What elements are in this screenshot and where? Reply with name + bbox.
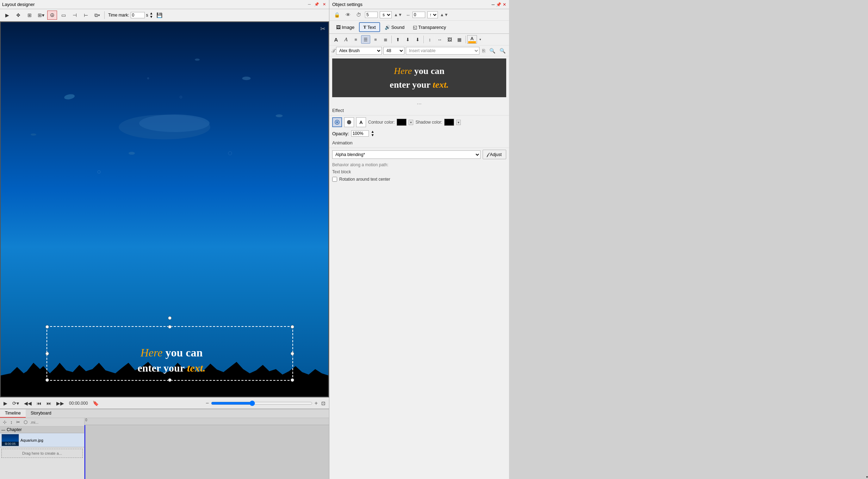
svg-point-13 xyxy=(336,121,338,123)
contour-color-arrow[interactable]: ▾ xyxy=(409,120,413,125)
behavior-label: Behavior along a motion path: xyxy=(332,162,388,167)
tl-cut-btn[interactable]: ✂ xyxy=(15,419,21,425)
adjust-btn[interactable]: 𝒻 Adjust xyxy=(483,150,506,159)
tab-text[interactable]: T Text xyxy=(359,22,380,32)
object-setting-tabs: 🖼 Image T Text 🔊 Sound ◱ Transparency xyxy=(329,21,509,34)
clock-icon[interactable]: ⏱ xyxy=(354,11,363,19)
bold-btn[interactable]: A xyxy=(331,35,341,44)
opacity-spinners[interactable]: ▲▼ xyxy=(371,130,374,137)
letter-spacing-btn[interactable]: ↔ xyxy=(435,35,444,44)
right-title-bar: Object settings ─ 📌 ✕ xyxy=(329,0,509,9)
animation-select[interactable]: Alpha blending* xyxy=(332,150,480,159)
align-btn[interactable]: ⊣ xyxy=(70,11,80,20)
prev-frame-btn[interactable]: ⏮ xyxy=(35,400,43,407)
tab-transparency[interactable]: ◱ Transparency xyxy=(409,23,450,32)
shadow-color-arrow[interactable]: ▾ xyxy=(456,120,461,125)
copy-format-btn[interactable]: ⎘ xyxy=(481,47,486,54)
align-middle-btn[interactable]: ⬇ xyxy=(403,35,412,44)
rewind-btn[interactable]: ◀◀ xyxy=(23,400,33,407)
markers-btn[interactable]: 🔖 xyxy=(91,400,100,407)
fish-overlay xyxy=(1,22,328,397)
contour-color-btn[interactable] xyxy=(397,119,407,126)
align-right-btn[interactable]: ≡ xyxy=(371,35,380,44)
minimize-left-btn[interactable]: ─ xyxy=(307,2,312,7)
effect-filled-btn[interactable] xyxy=(344,117,354,127)
zoom-out-btn[interactable]: − xyxy=(206,400,209,406)
timeline-cursor[interactable] xyxy=(85,418,85,479)
preview-expand-dots[interactable]: ... xyxy=(329,99,509,106)
play-btn[interactable]: ▶ xyxy=(2,400,9,407)
zoom-slider[interactable] xyxy=(211,400,312,406)
pin-left-btn[interactable]: 📌 xyxy=(313,2,320,7)
lock-icon[interactable]: 🔒 xyxy=(332,11,342,19)
tl-cursor-btn[interactable]: ↕ xyxy=(9,419,14,425)
time-mark-input[interactable] xyxy=(131,12,145,18)
select-tool-btn[interactable]: ▶ xyxy=(2,11,12,20)
italic-btn[interactable]: A xyxy=(341,35,351,44)
effect-text-btn[interactable]: A ▾ xyxy=(356,117,366,127)
tab-sound[interactable]: 🔊 Sound xyxy=(381,23,409,32)
transparency-icon: ◱ xyxy=(413,25,417,30)
canvas-text-rest1: you can xyxy=(162,346,203,359)
svg-point-2 xyxy=(64,93,75,100)
close-left-btn[interactable]: ✕ xyxy=(322,2,327,7)
chapter-expand-icon[interactable]: — xyxy=(1,428,5,432)
move-tool-btn[interactable]: ✥ xyxy=(13,11,23,20)
tl-snap-btn[interactable]: ⊹ xyxy=(1,419,8,425)
justify-btn[interactable]: ≣ xyxy=(381,35,390,44)
duration-input[interactable] xyxy=(365,12,378,18)
line-spacing-btn[interactable]: ↕ xyxy=(425,35,434,44)
arrange-btn[interactable]: ⧉▾ xyxy=(92,11,102,20)
duration-unit-select[interactable]: s xyxy=(380,11,392,18)
distribute-btn[interactable]: ⊢ xyxy=(81,11,91,20)
width-unit-select[interactable]: s xyxy=(427,11,438,18)
grid-btn[interactable]: ⊞ xyxy=(25,11,35,20)
align-top-btn[interactable]: ⬆ xyxy=(393,35,402,44)
grid-settings-btn[interactable]: ⊞▾ xyxy=(36,11,46,20)
timeline-item[interactable]: ⧉ 00:05 Aquarium.jpg xyxy=(0,433,84,447)
zoom-in-text-btn[interactable]: 🔍 xyxy=(488,47,497,54)
variable-select[interactable]: Insert variable xyxy=(406,47,479,55)
valign-bottom-btn[interactable]: ⬇ xyxy=(413,35,422,44)
dim-spinners[interactable]: ▲▼ xyxy=(394,12,402,17)
tab-timeline[interactable]: Timeline xyxy=(0,409,26,418)
sound-icon: 🔊 xyxy=(385,25,390,30)
effect-circle-btn[interactable] xyxy=(332,117,342,127)
save-btn[interactable]: 💾 xyxy=(154,11,164,20)
shape-btn[interactable]: ▭ xyxy=(58,11,68,20)
font-family-select[interactable]: Alex Brush xyxy=(336,47,382,55)
time-spinners[interactable]: ▲▼ xyxy=(150,12,153,19)
insert-image-btn[interactable]: 🖼 xyxy=(445,35,454,44)
svg-point-10 xyxy=(228,151,232,155)
shadow-color-btn[interactable] xyxy=(444,119,454,126)
playback-mode-btn[interactable]: ⟳▾ xyxy=(11,400,20,407)
table-btn[interactable]: ▦ xyxy=(455,35,464,44)
zoom-in-btn[interactable]: + xyxy=(315,400,318,406)
rotation-checkbox[interactable] xyxy=(332,177,337,182)
opacity-input[interactable] xyxy=(351,130,369,137)
pin-right-btn[interactable]: 📌 xyxy=(496,2,501,7)
tab-storyboard[interactable]: Storyboard xyxy=(26,409,56,418)
next-frame-btn[interactable]: ⏭ xyxy=(45,400,53,407)
align-center-btn[interactable]: ☰ xyxy=(361,35,370,44)
svg-point-4 xyxy=(276,114,283,117)
fast-forward-btn[interactable]: ▶▶ xyxy=(55,400,66,407)
minimize-right-btn[interactable]: ─ xyxy=(491,2,495,7)
tab-image[interactable]: 🖼 Image xyxy=(332,23,358,32)
close-right-btn[interactable]: ✕ xyxy=(503,2,506,7)
text-color-btn[interactable]: A xyxy=(467,35,477,44)
tl-merge-btn[interactable]: ⬡ xyxy=(22,419,29,425)
zoom-out-text-btn[interactable]: 🔍 xyxy=(498,47,507,54)
zoom-fit-btn[interactable]: ⊡ xyxy=(320,400,327,407)
color-dropdown-btn[interactable]: ▾ xyxy=(478,35,483,44)
eye-icon[interactable]: 👁 xyxy=(344,11,352,19)
tl-thumb-overlay: ⧉ 00:05 xyxy=(2,442,19,446)
width-spinners[interactable]: ▲▼ xyxy=(440,12,448,17)
align-left-btn[interactable]: ≡ xyxy=(351,35,360,44)
drag-area[interactable]: Drag here to create a... xyxy=(1,449,83,458)
font-row: 𝒯 Alex Brush 48 Insert variable ⎘ 🔍 🔍 xyxy=(329,45,509,56)
width-input[interactable] xyxy=(413,12,425,18)
font-size-select[interactable]: 48 xyxy=(383,47,404,55)
canvas-text-b: text. xyxy=(187,362,206,374)
text-tool-btn[interactable]: ☮ xyxy=(47,11,57,20)
